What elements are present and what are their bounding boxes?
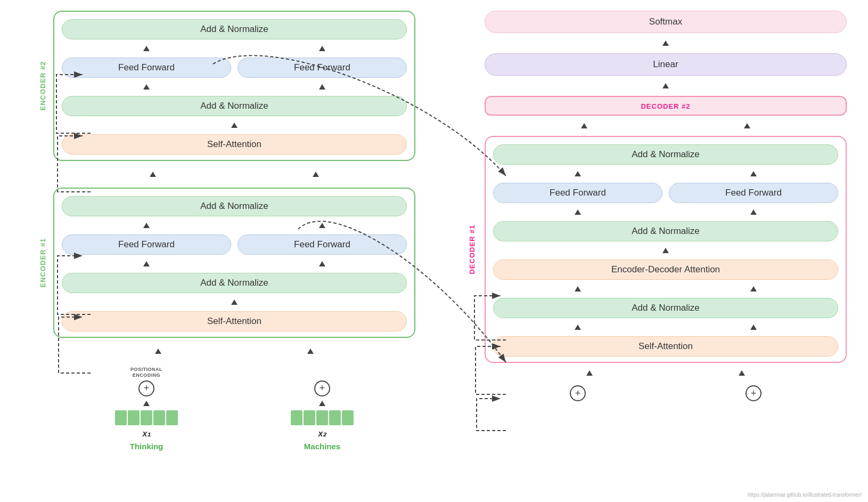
input-x2-col: + x₂ Machines — [291, 380, 354, 451]
encoder-1-block: ENCODER #1 Add & Normalize Feed Forward … — [53, 188, 415, 338]
decoder-1-label: DECODER #1 — [468, 224, 476, 274]
encoder-1-label: ENCODER #1 — [39, 238, 47, 287]
encoder2-arrow-up-add1 — [62, 82, 407, 92]
decoder-input-right-col: + — [746, 385, 761, 401]
linear-arrow — [485, 81, 847, 91]
input-x2-arrow — [319, 401, 325, 406]
input-x1-plus: + — [138, 380, 154, 396]
encoder-2-block: ENCODER #2 Add & Normalize Feed Forward … — [53, 11, 415, 161]
decoder1-self-attention: Self-Attention — [493, 336, 838, 357]
encoder1-ff-right: Feed Forward — [238, 234, 407, 255]
input-x2-var: x₂ — [318, 428, 326, 439]
watermark: https://jalammar.github.io/illustrated-t… — [748, 492, 862, 498]
decoder1-add-norm-2: Add & Normalize — [493, 221, 838, 241]
encoder2-ff-row: Feed Forward Feed Forward — [62, 58, 407, 78]
encoder1-add-norm-2: Add & Normalize — [62, 196, 407, 216]
encoder1-add-norm-1: Add & Normalize — [62, 273, 407, 293]
between-encoders-arrows — [53, 169, 415, 179]
encoder2-add-norm-1: Add & Normalize — [62, 96, 407, 116]
positional-encoding-label: POSITIONALENCODING — [130, 367, 162, 378]
input-x1-embedding — [115, 410, 178, 425]
linear-pill: Linear — [485, 53, 847, 76]
decoder-plus-right: + — [746, 385, 761, 401]
decoder-2-label: DECODER #2 — [641, 100, 690, 111]
input-x1-col: POSITIONALENCODING + x₁ Thinking — [115, 367, 178, 451]
decoder1-add-norm-3: Add & Normalize — [493, 144, 838, 165]
encoder1-arrow-up-add1 — [62, 259, 407, 269]
decoder1-add-norm-1: Add & Normalize — [493, 298, 838, 318]
encoder1-arrow-up-attn — [62, 297, 407, 307]
decoder-input-left-col: + — [570, 385, 586, 401]
input-x2-word: Machines — [304, 442, 340, 451]
input-x1-var: x₁ — [143, 428, 151, 439]
encoder2-self-attention: Self-Attention — [62, 134, 407, 155]
input-x2-plus: + — [314, 380, 330, 396]
decoder-1-block: DECODER #1 Add & Normalize Feed Forward … — [485, 136, 847, 363]
encoder2-ff-right: Feed Forward — [238, 58, 407, 78]
decoder-plus-left: + — [570, 385, 586, 401]
softmax-arrow — [485, 38, 847, 48]
encoder1-bottom-arrows — [53, 346, 415, 356]
encoder2-add-norm-2: Add & Normalize — [62, 19, 407, 39]
encoder1-ff-left: Feed Forward — [62, 234, 231, 255]
decoder1-arrow-add2 — [493, 207, 838, 217]
encoder1-arrow-up-ff — [62, 221, 407, 230]
encoder2-arrow-up-attn — [62, 120, 407, 130]
decoder1-arrow-ff — [493, 169, 838, 179]
decoder1-arrow-enc-dec — [493, 246, 838, 255]
decoder1-ff-right: Feed Forward — [669, 183, 838, 203]
dec2-to-dec1-arrows — [485, 121, 847, 131]
decoder1-bottom-arrows — [485, 368, 847, 378]
input-x1-word: Thinking — [130, 442, 163, 451]
input-x1-arrow — [143, 401, 150, 406]
encoder1-ff-row: Feed Forward Feed Forward — [62, 234, 407, 255]
input-x2-embedding — [291, 410, 354, 425]
encoder-input-section: POSITIONALENCODING + x₁ Thinking + — [53, 367, 415, 451]
softmax-pill: Softmax — [485, 11, 847, 33]
encoder-2-label: ENCODER #2 — [39, 61, 47, 110]
encoder2-ff-left: Feed Forward — [62, 58, 231, 78]
encoder1-self-attention: Self-Attention — [62, 311, 407, 331]
decoder1-ff-left: Feed Forward — [493, 183, 662, 203]
decoder-2-banner: DECODER #2 — [485, 96, 847, 116]
encoder2-arrow-up-ff — [62, 44, 407, 53]
decoder1-arrow-add1 — [493, 284, 838, 294]
decoder-input-section: + + — [485, 385, 847, 401]
decoder1-arrow-self-attn — [493, 322, 838, 332]
decoder1-ff-row: Feed Forward Feed Forward — [493, 183, 838, 203]
decoder1-enc-dec-attention: Encoder-Decoder Attention — [493, 260, 838, 280]
